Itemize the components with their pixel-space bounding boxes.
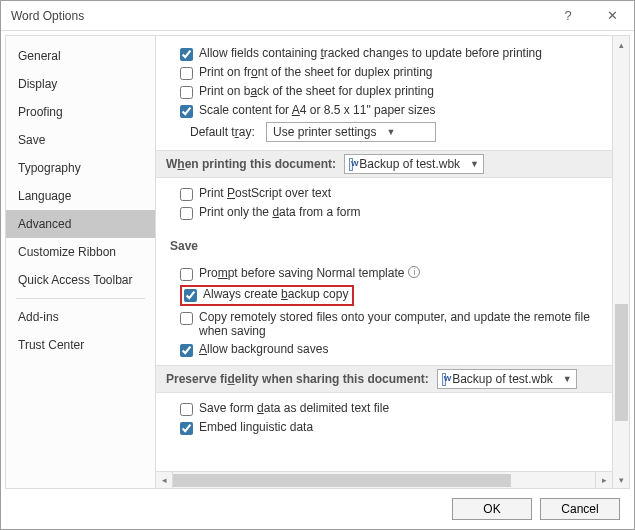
window-controls: ? ✕ [546, 1, 634, 30]
opt-only-data[interactable]: Print only the data from a form [180, 205, 612, 220]
cancel-button[interactable]: Cancel [540, 498, 620, 520]
opt-print-front[interactable]: Print on front of the sheet for duplex p… [180, 65, 612, 80]
sidebar-item-customize-ribbon[interactable]: Customize Ribbon [6, 238, 155, 266]
printing-doc-dropdown[interactable]: Backup of test.wbk ▼ [344, 154, 484, 174]
scroll-right-button[interactable]: ▸ [595, 472, 612, 488]
opt-print-back[interactable]: Print on back of the sheet for duplex pr… [180, 84, 612, 99]
opt-save-form-data[interactable]: Save form data as delimited text file [180, 401, 612, 416]
chk-print-back[interactable] [180, 86, 193, 99]
chk-only-data[interactable] [180, 207, 193, 220]
vertical-scrollbar[interactable]: ▴ ▾ [612, 36, 629, 488]
word-document-icon [349, 158, 353, 171]
opt-scale-content[interactable]: Scale content for A4 or 8.5 x 11" paper … [180, 103, 612, 118]
chk-prompt-normal[interactable] [180, 268, 193, 281]
sidebar-item-save[interactable]: Save [6, 126, 155, 154]
scroll-left-button[interactable]: ◂ [156, 472, 173, 488]
default-tray-label: Default tray: [190, 125, 255, 139]
dialog-footer: OK Cancel [1, 489, 634, 529]
hscroll-thumb[interactable] [173, 474, 511, 487]
window-title: Word Options [11, 9, 84, 23]
sidebar-item-display[interactable]: Display [6, 70, 155, 98]
sidebar-item-general[interactable]: General [6, 42, 155, 70]
chk-allow-tracked[interactable] [180, 48, 193, 61]
chk-copy-remote[interactable] [180, 312, 193, 325]
vscroll-track[interactable] [613, 53, 629, 471]
word-options-dialog: Word Options ? ✕ General Display Proofin… [0, 0, 635, 530]
chk-backup-copy[interactable] [184, 289, 197, 302]
highlight-backup-copy: Always create backup copy [180, 285, 354, 306]
vscroll-thumb[interactable] [615, 304, 628, 421]
horizontal-scrollbar[interactable]: ◂ ▸ [156, 471, 612, 488]
sidebar-item-trust-center[interactable]: Trust Center [6, 331, 155, 359]
scroll-down-button[interactable]: ▾ [613, 471, 629, 488]
opt-backup-copy[interactable]: Always create backup copy [180, 285, 612, 306]
fidelity-doc-dropdown[interactable]: Backup of test.wbk ▼ [437, 369, 577, 389]
section-preserve-fidelity: Preserve fidelity when sharing this docu… [156, 365, 612, 393]
hscroll-track[interactable] [173, 472, 595, 488]
default-tray-dropdown[interactable]: Use printer settings ▼ [266, 122, 436, 142]
sidebar-item-proofing[interactable]: Proofing [6, 98, 155, 126]
section-when-printing-doc: When printing this document: Backup of t… [156, 150, 612, 178]
opt-bg-saves[interactable]: Allow background saves [180, 342, 612, 357]
chevron-down-icon: ▼ [470, 159, 479, 169]
chk-embed-linguistic[interactable] [180, 422, 193, 435]
chk-scale-content[interactable] [180, 105, 193, 118]
chk-save-form-data[interactable] [180, 403, 193, 416]
opt-postscript[interactable]: Print PostScript over text [180, 186, 612, 201]
info-icon[interactable]: i [408, 266, 420, 278]
category-sidebar: General Display Proofing Save Typography… [6, 36, 156, 488]
help-button[interactable]: ? [546, 1, 590, 30]
settings-panel: Allow fields containing tracked changes … [156, 36, 612, 488]
ok-button[interactable]: OK [452, 498, 532, 520]
sidebar-item-typography[interactable]: Typography [6, 154, 155, 182]
chk-bg-saves[interactable] [180, 344, 193, 357]
chevron-down-icon: ▼ [386, 127, 395, 137]
opt-allow-tracked[interactable]: Allow fields containing tracked changes … [180, 46, 612, 61]
opt-copy-remote[interactable]: Copy remotely stored files onto your com… [180, 310, 612, 338]
close-button[interactable]: ✕ [590, 1, 634, 30]
sidebar-item-quick-access[interactable]: Quick Access Toolbar [6, 266, 155, 294]
opt-prompt-normal[interactable]: Prompt before saving Normal template i [180, 266, 612, 281]
chk-postscript[interactable] [180, 188, 193, 201]
chevron-down-icon: ▼ [563, 374, 572, 384]
scroll-area: Allow fields containing tracked changes … [156, 36, 612, 471]
titlebar: Word Options ? ✕ [1, 1, 634, 31]
sidebar-separator [16, 298, 145, 299]
sidebar-item-advanced[interactable]: Advanced [6, 210, 155, 238]
dialog-body: General Display Proofing Save Typography… [5, 35, 630, 489]
sidebar-item-language[interactable]: Language [6, 182, 155, 210]
opt-embed-linguistic[interactable]: Embed linguistic data [180, 420, 612, 435]
section-save: Save [156, 232, 612, 260]
scroll-up-button[interactable]: ▴ [613, 36, 629, 53]
sidebar-item-addins[interactable]: Add-ins [6, 303, 155, 331]
chk-print-front[interactable] [180, 67, 193, 80]
word-document-icon [442, 373, 446, 386]
